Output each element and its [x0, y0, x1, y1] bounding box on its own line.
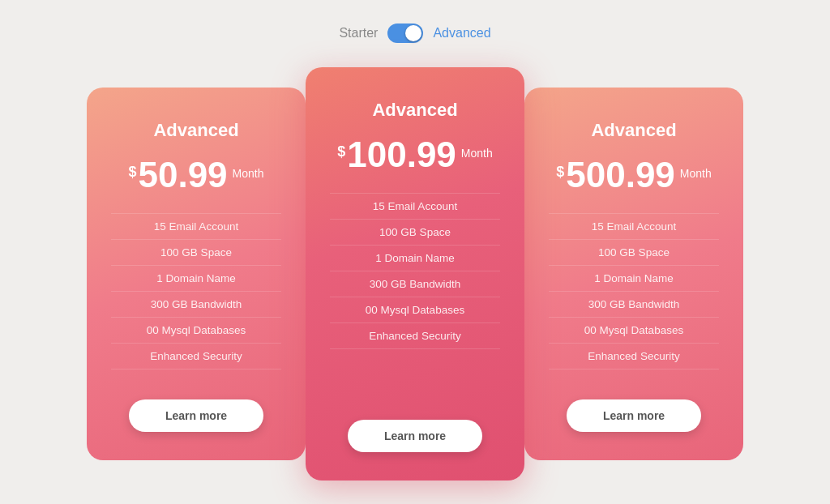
plan-toggle[interactable] — [387, 23, 423, 43]
card-right-title: Advanced — [591, 120, 676, 141]
list-item: 300 GB Bandwidth — [330, 271, 500, 297]
card-left-price: $ 50.99 Month — [128, 157, 263, 193]
card-left-learn-more[interactable]: Learn more — [129, 399, 263, 432]
card-center-amount: 100.99 — [347, 137, 456, 173]
card-right-learn-more[interactable]: Learn more — [567, 399, 701, 432]
list-item: 00 Mysql Databases — [330, 297, 500, 323]
list-item: 300 GB Bandwidth — [549, 292, 719, 318]
list-item: 1 Domain Name — [111, 266, 281, 292]
card-center-learn-more[interactable]: Learn more — [348, 420, 482, 452]
card-center-dollar: $ — [337, 143, 345, 160]
list-item: 300 GB Bandwidth — [111, 292, 281, 318]
card-right-dollar: $ — [556, 164, 564, 181]
list-item: 100 GB Space — [549, 240, 719, 266]
list-item: 100 GB Space — [111, 240, 281, 266]
list-item: Enhanced Security — [111, 344, 281, 369]
pricing-card-left: Advanced $ 50.99 Month 15 Email Account … — [87, 88, 306, 460]
card-center-period: Month — [461, 147, 493, 160]
card-left-features: 15 Email Account 100 GB Space 1 Domain N… — [111, 213, 281, 369]
card-left-period: Month — [233, 167, 264, 180]
advanced-label: Advanced — [433, 26, 490, 41]
list-item: 15 Email Account — [549, 213, 719, 240]
list-item: Enhanced Security — [549, 344, 719, 369]
list-item: Enhanced Security — [330, 323, 500, 349]
pricing-card-center: Advanced $ 100.99 Month 15 Email Account… — [306, 67, 524, 481]
card-center-features: 15 Email Account 100 GB Space 1 Domain N… — [330, 193, 500, 349]
toggle-knob — [405, 25, 421, 41]
card-right-amount: 500.99 — [566, 157, 675, 193]
list-item: 15 Email Account — [111, 213, 281, 240]
card-center-title: Advanced — [372, 100, 457, 121]
list-item: 1 Domain Name — [549, 266, 719, 292]
toggle-row: Starter Advanced — [339, 23, 490, 43]
list-item: 00 Mysql Databases — [549, 318, 719, 344]
card-right-period: Month — [680, 167, 712, 180]
list-item: 1 Domain Name — [330, 246, 500, 271]
pricing-card-right: Advanced $ 500.99 Month 15 Email Account… — [524, 88, 743, 460]
card-left-title: Advanced — [153, 120, 238, 141]
card-right-features: 15 Email Account 100 GB Space 1 Domain N… — [549, 213, 719, 369]
card-left-dollar: $ — [128, 164, 136, 181]
list-item: 00 Mysql Databases — [111, 318, 281, 344]
card-left-amount: 50.99 — [138, 157, 227, 193]
pricing-cards: Advanced $ 50.99 Month 15 Email Account … — [87, 67, 743, 481]
card-center-price: $ 100.99 Month — [337, 137, 493, 173]
card-right-price: $ 500.99 Month — [556, 157, 712, 193]
list-item: 15 Email Account — [330, 193, 500, 220]
starter-label: Starter — [339, 26, 378, 41]
list-item: 100 GB Space — [330, 220, 500, 246]
